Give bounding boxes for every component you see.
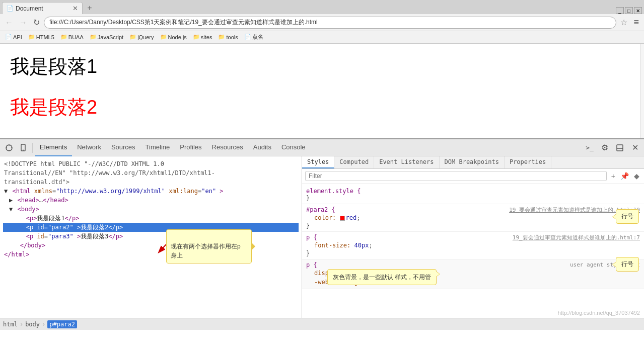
tab-resources[interactable]: Resources xyxy=(207,139,248,156)
styles-tabs: Styles Computed Event Listeners DOM Brea… xyxy=(302,156,644,169)
bookmark-label: HTML5 xyxy=(36,34,54,40)
bookmark-icon: 📄 xyxy=(5,34,12,40)
p3-tag-line[interactable]: <p id="para3" >我是段落3</p> xyxy=(3,232,299,241)
tab-console[interactable]: Console xyxy=(276,139,311,156)
bookmark-label: API xyxy=(13,34,22,40)
close-devtools-button[interactable]: ✕ xyxy=(628,141,642,155)
address-bar[interactable] xyxy=(44,17,616,29)
styles-subtab-styles[interactable]: Styles xyxy=(302,156,334,168)
tab-sources[interactable]: Sources xyxy=(106,139,140,156)
devtools-actions: >_ ⚙ ✕ xyxy=(583,141,642,155)
styles-filter-bar: + 📌 ◆ xyxy=(302,169,644,184)
nav-bar: ← → ↻ ☆ ≡ xyxy=(0,14,644,31)
bookmark-icon: 📄 xyxy=(244,34,251,40)
browser-tab[interactable]: 📄 Document ✕ xyxy=(2,2,83,14)
color-swatch-red[interactable] xyxy=(340,216,345,221)
refresh-button[interactable]: ↻ xyxy=(31,17,42,28)
close-window-button[interactable]: ✕ xyxy=(634,7,642,14)
bookmark-icon: 📁 xyxy=(129,34,136,40)
bookmark-html5[interactable]: 📁 HTML5 xyxy=(26,33,56,41)
bookmark-label: JavaScript xyxy=(98,34,123,40)
callout-line-number-1: 行号 xyxy=(616,209,639,224)
toolbar-separator xyxy=(32,143,33,153)
styles-filter-input[interactable] xyxy=(305,171,607,181)
maximize-button[interactable]: □ xyxy=(625,7,633,14)
expand-body-triangle[interactable]: ▼ xyxy=(9,206,13,213)
bookmark-icon: 📁 xyxy=(193,34,200,40)
bookmarks-bar: 📄 API 📁 HTML5 📁 BUAA 📁 JavaScript 📁 jQue… xyxy=(0,31,644,43)
bookmark-jquery[interactable]: 📁 jQuery xyxy=(127,33,156,41)
page-content: 我是段落1 我是段落2 xyxy=(0,44,644,138)
tab-profiles[interactable]: Profiles xyxy=(175,139,206,156)
bookmark-icon: 📁 xyxy=(90,34,97,40)
console-drawer-button[interactable]: >_ xyxy=(583,141,597,155)
inspect-element-button[interactable] xyxy=(2,141,16,155)
page-scrollbar[interactable] xyxy=(640,44,644,138)
callout-gray-bg: 灰色背景，是一些默认 样式，不用管 xyxy=(327,269,437,285)
expand-head-triangle[interactable]: ▶ xyxy=(9,197,13,204)
bookmark-api[interactable]: 📄 API xyxy=(3,33,24,41)
tab-close-button[interactable]: ✕ xyxy=(73,5,78,12)
breadcrumb-html[interactable]: html xyxy=(3,321,18,328)
styles-subtab-dom-breakpoints[interactable]: DOM Breakpoints xyxy=(440,156,505,168)
breadcrumb-selected-element[interactable]: p#para2 xyxy=(47,320,77,328)
bookmark-icon: 📁 xyxy=(28,34,35,40)
bookmark-sites[interactable]: 📁 sites xyxy=(191,33,214,41)
paragraph2: 我是段落2 xyxy=(10,95,634,120)
head-tag-line[interactable]: ▶ <head>…</head> xyxy=(3,196,299,205)
toggle-element-state-button[interactable]: 📌 xyxy=(619,171,630,181)
bookmark-label: jQuery xyxy=(137,34,154,40)
tab-label: Document xyxy=(16,5,43,12)
p2-tag-line[interactable]: <p id="para2" >我是段落2</p> xyxy=(3,223,299,232)
new-tab-button[interactable]: + xyxy=(83,2,97,14)
color-format-button[interactable]: ◆ xyxy=(632,171,641,181)
css-selector-p1: p { xyxy=(306,234,317,241)
dock-button[interactable] xyxy=(613,141,627,155)
bookmark-label: sites xyxy=(201,34,212,40)
bookmark-dianming[interactable]: 📄 点名 xyxy=(242,33,265,41)
styles-content: element.style { } #para2 { 19_要会通过审查元素知道… xyxy=(302,184,644,318)
bookmark-label: Node.js xyxy=(168,34,187,40)
paragraph1: 我是段落1 xyxy=(10,54,634,79)
breadcrumb-body[interactable]: body xyxy=(25,321,40,328)
css-property-color: color: red; xyxy=(306,213,640,222)
expand-html-triangle[interactable]: ▼ xyxy=(4,188,8,195)
add-style-rule-button[interactable]: + xyxy=(610,171,617,181)
html-tag-line[interactable]: ▼ <html xmlns="http://www.w3.org/1999/xh… xyxy=(3,187,299,196)
tab-icon: 📄 xyxy=(7,5,14,12)
callout-selectors: 现在有两个选择器作用在p 身上 xyxy=(166,229,252,264)
bookmark-nodejs[interactable]: 📁 Node.js xyxy=(158,33,189,41)
html-doctype-line3: transitional.dtd"> xyxy=(3,178,299,187)
css-rule-element-style: element.style { } xyxy=(302,186,644,204)
bookmark-label: BUAA xyxy=(68,34,84,40)
html-doctype-line: <!DOCTYPE html PUBLIC "-//W3C//DTD XHTML… xyxy=(3,159,299,168)
styles-subtab-computed[interactable]: Computed xyxy=(334,156,374,168)
css-property-fontsize: font-size: 40px; xyxy=(306,241,640,250)
styles-subtab-event-listeners[interactable]: Event Listeners xyxy=(374,156,439,168)
body-tag-line[interactable]: ▼ <body> xyxy=(3,205,299,214)
forward-button[interactable]: → xyxy=(17,17,29,28)
chrome-menu-button[interactable]: ≡ xyxy=(631,16,641,29)
tab-network[interactable]: Network xyxy=(72,139,106,156)
tab-elements[interactable]: Elements xyxy=(35,139,72,156)
tab-bar: 📄 Document ✕ + _ □ ✕ xyxy=(0,0,644,14)
back-button[interactable]: ← xyxy=(3,17,15,28)
styles-subtab-properties[interactable]: Properties xyxy=(505,156,551,168)
minimize-button[interactable]: _ xyxy=(616,7,624,14)
p1-tag-line[interactable]: <p>我是段落1</p> xyxy=(3,214,299,223)
bookmark-buaa[interactable]: 📁 BUAA xyxy=(58,33,86,41)
html-close-line: </html> xyxy=(3,250,299,259)
tab-audits[interactable]: Audits xyxy=(248,139,276,156)
mobile-device-button[interactable] xyxy=(16,141,30,155)
css-source-p1[interactable]: 19_要会通过审查元素知道样式是谁加上的.html:7 xyxy=(513,234,640,241)
browser-chrome: 📄 Document ✕ + _ □ ✕ ← → ↻ ☆ ≡ 📄 API 📁 H… xyxy=(0,0,644,44)
svg-rect-7 xyxy=(617,145,623,151)
devtools-panels: <!DOCTYPE html PUBLIC "-//W3C//DTD XHTML… xyxy=(0,156,644,318)
css-selector: element.style { xyxy=(306,188,361,195)
settings-button[interactable]: ⚙ xyxy=(598,141,612,155)
bookmark-javascript[interactable]: 📁 JavaScript xyxy=(88,33,125,41)
tab-timeline[interactable]: Timeline xyxy=(140,139,175,156)
html-doctype-line2: Transitional//EN" "http://www.w3.org/TR/… xyxy=(3,168,299,178)
bookmark-tools[interactable]: 📁 tools xyxy=(216,33,240,41)
bookmark-star-button[interactable]: ☆ xyxy=(618,17,629,28)
